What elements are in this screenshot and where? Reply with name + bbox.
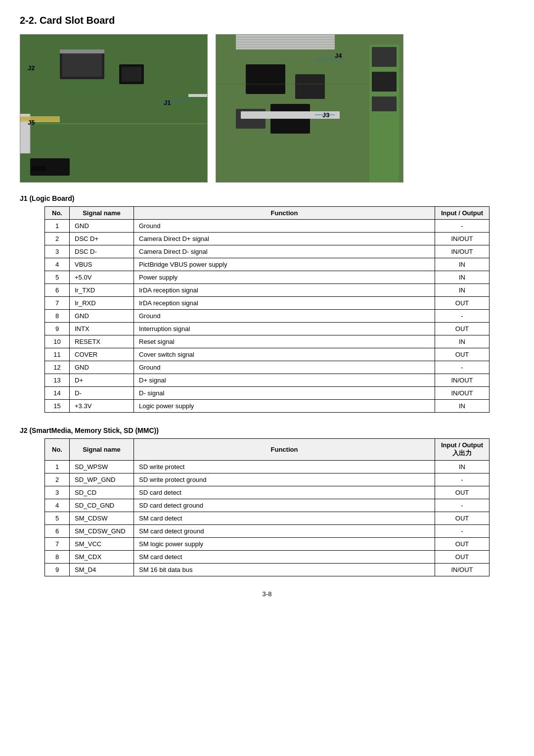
table-cell: SM 16 bit data bus — [134, 564, 435, 576]
svg-rect-1 — [62, 52, 102, 77]
label-j4: J4 — [335, 52, 342, 59]
table-cell: 4 — [45, 258, 70, 271]
svg-rect-25 — [372, 96, 397, 111]
label-j5: J5 — [28, 119, 35, 126]
table-cell: D- signal — [134, 387, 435, 400]
table2-header-io: Input / Output入出力 — [435, 439, 490, 461]
table-cell: IN — [435, 271, 490, 284]
table-row: 1SD_WPSWSD write protectIN — [45, 461, 490, 473]
table-cell: 3 — [45, 486, 70, 499]
table-cell: 7 — [45, 297, 70, 310]
table1-header-function: Function — [134, 207, 435, 220]
table-cell: SM_CDX — [70, 551, 134, 564]
table-cell: Ground — [134, 310, 435, 323]
images-row: J2 J5 J1 J301 — [20, 34, 514, 183]
table-cell: SM_VCC — [70, 538, 134, 551]
table-row: 7Ir_RXDIrDA reception signalOUT — [45, 297, 490, 310]
table2-heading: J2 (SmartMedia, Memory Stick, SD (MMC)) — [20, 426, 514, 434]
table-row: 4VBUSPictBridge VBUS power supplyIN — [45, 258, 490, 271]
table1: No. Signal name Function Input / Output … — [44, 206, 490, 413]
table-cell: 7 — [45, 538, 70, 551]
table-cell: 9 — [45, 323, 70, 335]
table-cell: SM logic power supply — [134, 538, 435, 551]
svg-line-15 — [159, 99, 188, 104]
table-cell: IN/OUT — [435, 233, 490, 245]
table-cell: 10 — [45, 335, 70, 348]
table2-section: J2 (SmartMedia, Memory Stick, SD (MMC)) … — [20, 426, 514, 576]
table-cell: IN/OUT — [435, 564, 490, 576]
table-cell: SD card detect — [134, 486, 435, 499]
table-cell: D- — [70, 387, 134, 400]
table-cell: IN — [435, 400, 490, 413]
table-row: 1GNDGround- — [45, 220, 490, 233]
table-cell: SM card detect ground — [134, 525, 435, 538]
board-image-left: J2 J5 J1 J301 — [20, 34, 208, 183]
table2-header-function: Function — [134, 439, 435, 461]
svg-rect-27 — [295, 74, 325, 99]
table-cell: - — [435, 525, 490, 538]
label-j3: J3 — [322, 111, 329, 119]
table-cell: OUT — [435, 512, 490, 525]
table-cell: OUT — [435, 297, 490, 310]
table1-header-row: No. Signal name Function Input / Output — [45, 207, 490, 220]
table-cell: - — [435, 499, 490, 512]
table1-section: J1 (Logic Board) No. Signal name Functio… — [20, 194, 514, 413]
table-cell: - — [435, 310, 490, 323]
table-cell: VBUS — [70, 258, 134, 271]
table-cell: IN — [435, 258, 490, 271]
page-footer: 3-8 — [20, 590, 514, 598]
table-cell: SM_D4 — [70, 564, 134, 576]
pcb-right: J4 J3 — [216, 35, 403, 182]
table2-header-signal: Signal name — [70, 439, 134, 461]
table-cell: 8 — [45, 310, 70, 323]
table1-header-signal: Signal name — [70, 207, 134, 220]
table-row: 11COVERCover switch signalOUT — [45, 348, 490, 361]
table-cell: GND — [70, 220, 134, 233]
page-number: 3-8 — [263, 590, 272, 598]
table2-header-no: No. — [45, 439, 70, 461]
table-cell: 14 — [45, 387, 70, 400]
table-cell: IN/OUT — [435, 387, 490, 400]
table-cell: SM card detect — [134, 551, 435, 564]
table-cell: INTX — [70, 323, 134, 335]
table-cell: D+ signal — [134, 374, 435, 387]
table-row: 13D+D+ signalIN/OUT — [45, 374, 490, 387]
table-row: 2SD_WP_GNDSD write protect ground- — [45, 473, 490, 486]
table-cell: SD_CD — [70, 486, 134, 499]
table-cell: 4 — [45, 499, 70, 512]
table-cell: OUT — [435, 551, 490, 564]
table-cell: D+ — [70, 374, 134, 387]
table-cell: IN — [435, 461, 490, 473]
svg-rect-24 — [372, 72, 397, 92]
table-cell: 6 — [45, 284, 70, 297]
table-cell: 2 — [45, 473, 70, 486]
table-cell: 11 — [45, 348, 70, 361]
table1-heading: J1 (Logic Board) — [20, 194, 514, 202]
table-cell: 5 — [45, 271, 70, 284]
table-cell: OUT — [435, 538, 490, 551]
table-cell: Camera Direct D- signal — [134, 245, 435, 258]
table-row: 6SM_CDSW_GNDSM card detect ground- — [45, 525, 490, 538]
table-cell: OUT — [435, 323, 490, 335]
table-cell: RESETX — [70, 335, 134, 348]
table-cell: - — [435, 220, 490, 233]
table-cell: 3 — [45, 245, 70, 258]
table-cell: IN/OUT — [435, 245, 490, 258]
table1-header-io: Input / Output — [435, 207, 490, 220]
label-j2: J2 — [28, 64, 35, 72]
table-cell: IN — [435, 284, 490, 297]
table-cell: Ground — [134, 361, 435, 374]
table-row: 5+5.0VPower supplyIN — [45, 271, 490, 284]
table1-body: 1GNDGround-2DSC D+Camera Direct D+ signa… — [45, 220, 490, 413]
table1-header-no: No. — [45, 207, 70, 220]
table-cell: GND — [70, 361, 134, 374]
table2-body: 1SD_WPSWSD write protectIN2SD_WP_GNDSD w… — [45, 461, 490, 576]
table-cell: 1 — [45, 461, 70, 473]
table-cell: 8 — [45, 551, 70, 564]
table-row: 7SM_VCCSM logic power supplyOUT — [45, 538, 490, 551]
table-cell: 2 — [45, 233, 70, 245]
table-cell: Ground — [134, 220, 435, 233]
table-cell: 12 — [45, 361, 70, 374]
table-cell: SD_WPSW — [70, 461, 134, 473]
table-row: 8GNDGround- — [45, 310, 490, 323]
